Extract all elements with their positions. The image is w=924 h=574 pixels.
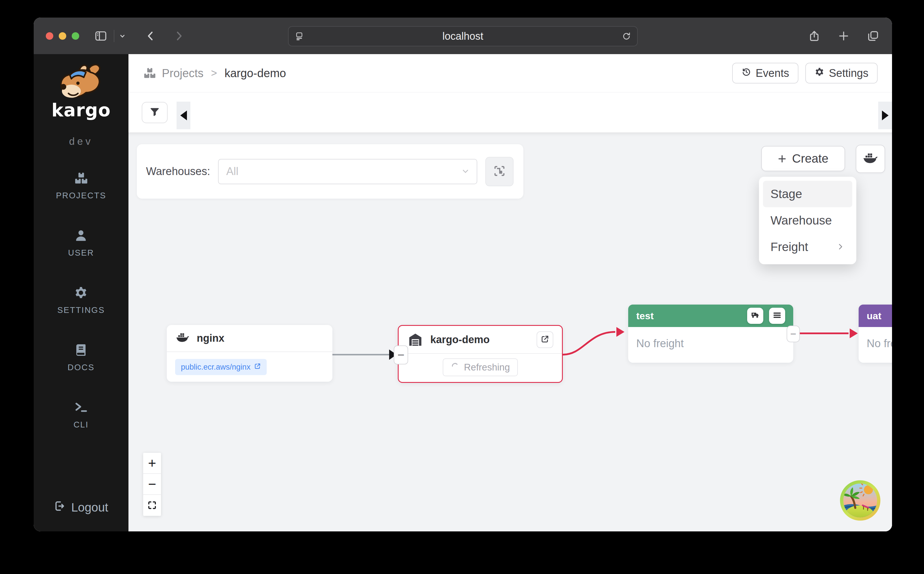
toolbar-divider [114, 30, 114, 42]
menu-item-stage[interactable]: Stage [763, 181, 852, 207]
plus-glyph: + [148, 455, 156, 471]
new-tab-icon[interactable] [837, 30, 850, 42]
book-icon [74, 343, 88, 358]
warehouses-select-value: All [226, 165, 238, 178]
chevron-down-icon[interactable] [118, 32, 126, 40]
spinner-icon [451, 362, 460, 373]
sidebar-item-label: CLI [73, 420, 89, 429]
node-stage-uat[interactable]: uat No freight [859, 304, 892, 363]
menu-item-warehouse[interactable]: Warehouse [763, 207, 852, 234]
hide-images-button[interactable] [485, 157, 513, 186]
sidebar-item-label: DOCS [68, 363, 95, 372]
filter-button[interactable] [142, 102, 167, 123]
breadcrumb-projects[interactable]: Projects [162, 67, 204, 80]
logout-label: Logout [71, 501, 108, 514]
external-link-icon [254, 363, 261, 372]
menu-item-label: Stage [771, 187, 802, 201]
stage-title: test [636, 310, 654, 322]
island-theme-badge[interactable] [840, 480, 881, 521]
stage-menu-button[interactable] [769, 308, 785, 324]
warehouses-select[interactable]: All [218, 159, 477, 184]
sidebar-item-label: USER [68, 248, 94, 258]
sidebar-toggle-icon[interactable] [94, 29, 107, 43]
sidebar-item-settings[interactable]: SETTINGS [57, 286, 105, 315]
kargo-wordmark: kargo [52, 99, 111, 121]
open-warehouse-button[interactable] [537, 331, 553, 348]
scroll-right-button[interactable] [878, 102, 892, 129]
menu-item-freight[interactable]: Freight [763, 234, 852, 260]
sidebar-item-projects[interactable]: PROJECTS [56, 171, 106, 200]
terminal-icon [74, 401, 88, 415]
stage-header: test [628, 304, 793, 327]
app-shell: kargo dev PROJECTS USER [34, 54, 892, 531]
minus-glyph: − [148, 476, 156, 492]
window-controls [46, 32, 79, 40]
forward-button[interactable] [172, 30, 185, 42]
close-button[interactable] [46, 32, 53, 40]
project-settings-button[interactable]: Settings [806, 63, 878, 84]
boxes-icon [74, 171, 88, 186]
collapse-edge-button[interactable]: − [787, 326, 800, 342]
breadcrumb: Projects > kargo-demo [144, 67, 286, 80]
events-button[interactable]: Events [732, 63, 798, 84]
plus-icon: + [778, 151, 786, 166]
node-body: Refreshing [399, 354, 562, 376]
docker-whale-icon [175, 332, 190, 344]
docker-images-button[interactable] [856, 145, 885, 173]
repo-link[interactable]: public.ecr.aws/nginx [175, 359, 267, 375]
maximize-button[interactable] [72, 32, 79, 40]
warehouses-filter-card: Warehouses: All [137, 144, 523, 199]
external-link-icon [541, 335, 549, 345]
node-nginx-image[interactable]: nginx public.ecr.aws/nginx [167, 325, 332, 382]
sidebar-item-docs[interactable]: DOCS [68, 343, 95, 372]
docker-whale-icon [862, 152, 878, 166]
sidebar-item-user[interactable]: USER [68, 229, 94, 258]
reader-icon[interactable] [294, 32, 304, 41]
triangle-right-icon [882, 110, 889, 120]
gear-icon [74, 286, 88, 301]
zoom-in-button[interactable]: + [143, 453, 161, 474]
warehouses-label: Warehouses: [146, 165, 210, 178]
stage-freight-status: No freight [628, 327, 793, 350]
minimize-button[interactable] [59, 32, 66, 40]
browser-toolbar: localhost [34, 17, 892, 54]
url-text: localhost [442, 30, 483, 42]
back-button[interactable] [144, 30, 157, 42]
settings-label: Settings [829, 67, 869, 79]
address-bar[interactable]: localhost [288, 26, 638, 46]
node-stage-test[interactable]: test [628, 304, 793, 363]
sidebar-item-cli[interactable]: CLI [73, 401, 89, 429]
logout-icon [54, 500, 65, 515]
node-kargo-demo-warehouse[interactable]: kargo-demo [398, 325, 563, 383]
sidebar-nav: PROJECTS USER SETTINGS [56, 171, 106, 429]
zoom-out-button[interactable]: − [143, 474, 161, 495]
gear-icon [815, 67, 824, 79]
triangle-left-icon [180, 110, 187, 120]
menu-item-label: Freight [771, 240, 808, 254]
refreshing-status-button[interactable]: Refreshing [443, 358, 518, 376]
hamburger-menu-icon [772, 311, 782, 321]
fit-view-button[interactable] [143, 495, 161, 516]
menu-item-label: Warehouse [771, 214, 832, 227]
chevron-down-icon [461, 166, 470, 177]
node-header: nginx [167, 325, 332, 352]
screenshot-root: localhost [0, 0, 924, 574]
logout-button[interactable]: Logout [54, 500, 108, 515]
stage-actions [747, 308, 785, 324]
refresh-icon[interactable] [622, 32, 631, 41]
minus-glyph: − [790, 328, 796, 340]
create-label: Create [792, 152, 828, 166]
canvas-zoom-controls: + − [143, 453, 161, 516]
pipeline-canvas[interactable]: Warehouses: All [128, 132, 892, 531]
promote-freight-button[interactable] [747, 308, 763, 324]
node-title: kargo-demo [430, 334, 490, 346]
share-icon[interactable] [808, 30, 821, 42]
version-label: dev [69, 136, 93, 147]
create-button[interactable]: + Create [761, 146, 845, 171]
page-header: Projects > kargo-demo Events [128, 54, 892, 92]
scroll-left-button[interactable] [177, 102, 190, 129]
collapse-edge-button[interactable]: − [394, 345, 408, 364]
stage-freight-status: No freight [859, 327, 892, 350]
boxes-icon [144, 67, 156, 79]
tab-overview-icon[interactable] [867, 30, 879, 42]
